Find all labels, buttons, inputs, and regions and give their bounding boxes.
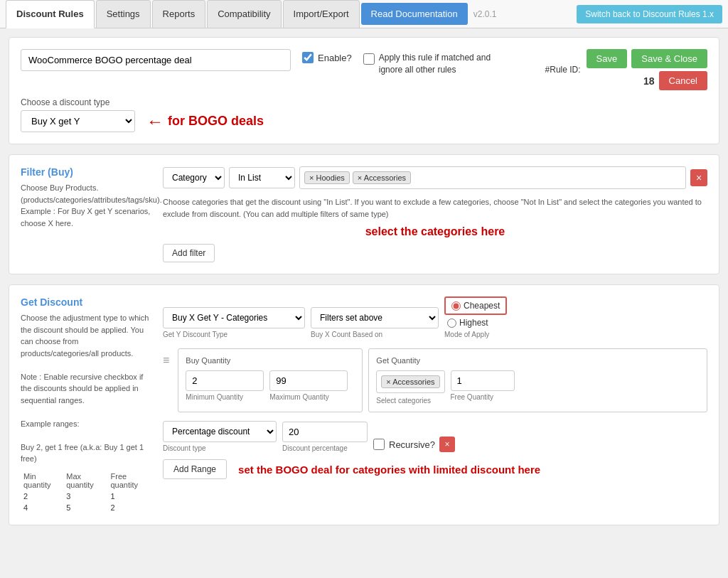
tag-hoodies: × Hoodies bbox=[304, 171, 350, 184]
main-content: Enable? Apply this rule if matched and i… bbox=[0, 28, 728, 578]
annotation-arrow: ← for BOGO deals bbox=[146, 112, 264, 132]
read-documentation-button[interactable]: Read Documentation bbox=[361, 3, 468, 25]
get-qty-inputs: × Accessories Select categories Free Qua… bbox=[376, 370, 700, 405]
buy-x-count-based-select[interactable]: Filters set above All products bbox=[311, 307, 439, 328]
discount-type-field-select[interactable]: Percentage discount Fixed discount Fixed… bbox=[163, 421, 277, 442]
discount-type-label: Choose a discount type bbox=[21, 97, 707, 107]
discount-type-row: Percentage discount Fixed discount Fixed… bbox=[163, 421, 707, 452]
min-quantity-input[interactable] bbox=[186, 370, 264, 391]
drag-handle-icon[interactable]: ≡ bbox=[163, 354, 169, 367]
highest-radio-option[interactable]: Highest bbox=[447, 318, 507, 328]
highest-label: Highest bbox=[459, 318, 488, 328]
discount-percentage-label: Discount percentage bbox=[282, 444, 368, 452]
discount-percentage-input[interactable] bbox=[282, 422, 368, 442]
discount-percentage-group: Discount percentage bbox=[282, 422, 368, 452]
action-buttons: Save Save & Close 18 Cancel bbox=[587, 49, 707, 90]
version-label: v2.0.1 bbox=[473, 9, 497, 19]
enable-label: Enable? bbox=[318, 53, 352, 63]
filter-buy-card: Filter (Buy) Choose Buy Products. (produ… bbox=[9, 154, 719, 274]
select-categories-annotation: select the categories here bbox=[163, 225, 707, 238]
range-col-min: Min quantity bbox=[21, 471, 63, 491]
select-categories-label: Select categories bbox=[376, 397, 444, 405]
table-row: 4 5 2 bbox=[21, 502, 153, 513]
filter-description: Choose categories that get the discount … bbox=[163, 196, 707, 220]
cheapest-label: Cheapest bbox=[464, 301, 500, 311]
get-quantity-box: Get Quantity × Accessories Select catego… bbox=[368, 348, 707, 412]
add-range-button[interactable]: Add Range bbox=[163, 459, 227, 479]
tab-compatibility[interactable]: Compatibility bbox=[207, 0, 281, 28]
red-arrow-icon: ← bbox=[146, 112, 164, 132]
get-discount-left-col: Get Discount Choose the adjustment type … bbox=[21, 296, 163, 513]
switch-back-button[interactable]: Switch back to Discount Rules 1.x bbox=[577, 5, 722, 23]
buy-x-count-based-label: Buy X Count Based on bbox=[311, 331, 439, 338]
cancel-button[interactable]: Cancel bbox=[659, 71, 707, 90]
discount-type-field-label: Discount type bbox=[163, 444, 277, 452]
filter-condition-select[interactable]: In List Not In List bbox=[229, 167, 295, 188]
tab-settings[interactable]: Settings bbox=[96, 0, 151, 28]
buy-quantity-box: Buy Quantity Minimum Quantity Maximum Qu… bbox=[178, 348, 363, 412]
discount-type-select[interactable]: Buy X get Y Percentage discount Fixed di… bbox=[21, 110, 135, 132]
add-range-row: Add Range set the BOGO deal for categori… bbox=[163, 459, 707, 479]
tag-input-area[interactable]: × Hoodies × Accessories bbox=[299, 166, 686, 189]
tag-accessories: × Accessories bbox=[353, 171, 411, 184]
add-filter-button[interactable]: Add filter bbox=[163, 244, 215, 262]
cheapest-radio-option[interactable]: Cheapest bbox=[451, 301, 500, 311]
get-y-discount-type-label: Get Y Discount Type bbox=[163, 331, 305, 338]
remove-filter-button[interactable]: × bbox=[690, 169, 707, 186]
clear-recursive-button[interactable]: × bbox=[439, 437, 455, 452]
filter-type-select[interactable]: Category Product Tag Attribute SKU bbox=[163, 167, 225, 188]
table-row: 2 3 1 bbox=[21, 491, 153, 502]
get-y-type-group: Buy X Get Y - Categories Buy X Get Y - P… bbox=[163, 307, 305, 338]
filter-row: Category Product Tag Attribute SKU In Li… bbox=[163, 166, 707, 189]
rule-id-label: #Rule ID: bbox=[545, 65, 581, 75]
apply-rule-group: Apply this rule if matched and ignore al… bbox=[363, 49, 493, 76]
enable-group: Enable? bbox=[302, 49, 352, 63]
get-discount-desc: Choose the adjustment type to which the … bbox=[21, 312, 153, 465]
select-categories-group: × Accessories Select categories bbox=[376, 370, 444, 405]
filter-buy-left-col: Filter (Buy) Choose Buy Products. (produ… bbox=[21, 166, 163, 262]
apply-rule-label: Apply this rule if matched and ignore al… bbox=[379, 52, 493, 76]
free-quantity-input[interactable] bbox=[451, 370, 515, 391]
max-quantity-label: Maximum Quantity bbox=[269, 393, 348, 401]
range-table: Min quantity Max quantity Free quantity … bbox=[21, 471, 153, 513]
tab-reports[interactable]: Reports bbox=[152, 0, 206, 28]
tab-import-export[interactable]: Import/Export bbox=[283, 0, 360, 28]
drag-handle-group: ≡ bbox=[163, 348, 172, 412]
min-qty-group: Minimum Quantity bbox=[186, 370, 264, 401]
apply-rule-checkbox[interactable] bbox=[363, 53, 375, 65]
recursive-group: Recursive? × bbox=[373, 437, 455, 452]
rule-id-number: 18 bbox=[643, 75, 655, 87]
enable-checkbox[interactable] bbox=[302, 52, 314, 63]
highest-radio[interactable] bbox=[447, 319, 456, 328]
recursive-label: Recursive? bbox=[389, 439, 435, 450]
get-discount-two-col: Get Discount Choose the adjustment type … bbox=[21, 296, 707, 513]
free-quantity-label: Free Quantity bbox=[451, 393, 515, 401]
discount-type-row: Buy X get Y Percentage discount Fixed di… bbox=[21, 110, 707, 132]
buy-x-count-group: Filters set above All products Buy X Cou… bbox=[311, 307, 439, 338]
rule-name-card: Enable? Apply this rule if matched and i… bbox=[9, 37, 719, 144]
filter-buy-two-col: Filter (Buy) Choose Buy Products. (produ… bbox=[21, 166, 707, 262]
discount-type-section: Choose a discount type Buy X get Y Perce… bbox=[21, 90, 707, 132]
recursive-checkbox[interactable] bbox=[373, 439, 385, 450]
discount-type-field-group: Percentage discount Fixed discount Fixed… bbox=[163, 421, 277, 452]
get-discount-card: Get Discount Choose the adjustment type … bbox=[9, 284, 719, 525]
get-discount-right-col: Buy X Get Y - Categories Buy X Get Y - P… bbox=[163, 296, 707, 513]
category-select-area[interactable]: × Accessories bbox=[376, 370, 444, 393]
cheapest-radio[interactable] bbox=[451, 301, 461, 311]
tag-accessories-get: × Accessories bbox=[381, 375, 439, 388]
save-close-button[interactable]: Save & Close bbox=[631, 49, 707, 68]
range-col-max: Max quantity bbox=[63, 471, 107, 491]
save-button[interactable]: Save bbox=[587, 49, 628, 68]
tab-discount-rules[interactable]: Discount Rules bbox=[6, 0, 95, 28]
buy-qty-inputs: Minimum Quantity Maximum Quantity bbox=[186, 370, 355, 401]
rule-name-input[interactable] bbox=[21, 49, 291, 71]
mode-apply-label: Mode of Apply bbox=[444, 331, 507, 338]
rule-name-row: Enable? Apply this rule if matched and i… bbox=[21, 49, 707, 90]
get-y-discount-type-select[interactable]: Buy X Get Y - Categories Buy X Get Y - P… bbox=[163, 307, 305, 328]
max-qty-group: Maximum Quantity bbox=[269, 370, 348, 401]
free-qty-group: Free Quantity bbox=[451, 370, 515, 401]
buy-quantity-label: Buy Quantity bbox=[186, 356, 355, 365]
max-quantity-input[interactable] bbox=[269, 370, 348, 391]
get-discount-row1: Buy X Get Y - Categories Buy X Get Y - P… bbox=[163, 296, 707, 338]
top-nav: Discount Rules Settings Reports Compatib… bbox=[0, 0, 728, 28]
